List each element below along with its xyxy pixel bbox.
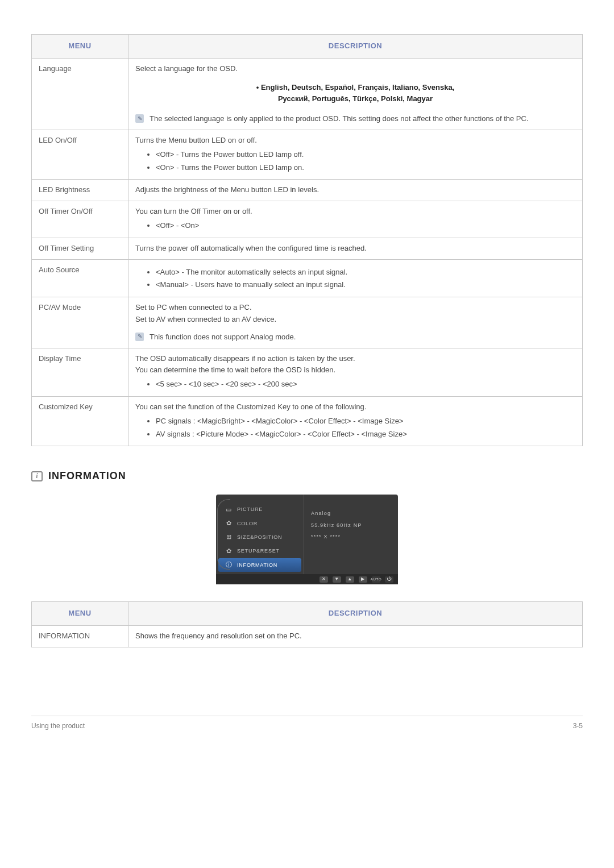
desc-text: Turns the Menu button LED on or off.	[135, 135, 575, 147]
bullet-list: <Off> - <On>	[135, 220, 575, 232]
menu-cell: LED Brightness	[32, 180, 128, 201]
enter-icon: ▶	[359, 576, 367, 583]
desc-cell: Select a language for the OSD. • English…	[128, 58, 583, 130]
menu-cell: Customized Key	[32, 396, 128, 446]
list-item: AV signals : <Picture Mode> - <MagicColo…	[156, 429, 575, 441]
note-icon: ✎	[135, 333, 144, 341]
col-header-description: DESCRIPTION	[128, 602, 583, 626]
osd-item-picture: ▭ PICTURE	[216, 502, 304, 516]
desc-cell: Shows the frequency and resolution set o…	[128, 625, 583, 647]
col-header-description: DESCRIPTION	[128, 35, 583, 59]
list-item: <5 sec> - <10 sec> - <20 sec> - <200 sec…	[156, 379, 575, 391]
desc-cell: You can set the function of the Customiz…	[128, 396, 583, 446]
bullet-list: PC signals : <MagicBright> - <MagicColor…	[135, 416, 575, 441]
table-row: LED On/Off Turns the Menu button LED on …	[32, 130, 583, 179]
menu-cell: Off Timer Setting	[32, 238, 128, 259]
information-table: MENU DESCRIPTION INFORMATION Shows the f…	[31, 601, 583, 647]
osd-info-panel: Analog 55.9kHz 60Hz NP **** X ****	[304, 495, 398, 574]
settings-table-1: MENU DESCRIPTION Language Select a langu…	[31, 34, 583, 446]
footer-left: Using the product	[31, 721, 85, 732]
desc-text: You can determine the time to wait befor…	[135, 364, 575, 376]
close-icon: ✕	[320, 576, 328, 583]
list-item: <Off> - <On>	[156, 220, 575, 232]
info-icon: ⓘ	[225, 561, 233, 568]
table-row: Auto Source <Auto> - The monitor automat…	[32, 259, 583, 297]
osd-footer: ✕ ▼ ▲ ▶ AUTO ⏻	[216, 574, 398, 584]
osd-item-setup-reset: ✿ SETUP&RESET	[216, 544, 304, 558]
osd-item-information: ⓘ INFORMATION	[218, 558, 301, 572]
osd-panel: ▭ PICTURE ✿ COLOR ⊞ SIZE&POSITION ✿ SETU…	[216, 495, 398, 584]
list-item: <On> - Turns the Power button LED lamp o…	[156, 162, 575, 174]
down-icon: ▼	[333, 576, 341, 583]
menu-cell: PC/AV Mode	[32, 297, 128, 348]
osd-menu-list: ▭ PICTURE ✿ COLOR ⊞ SIZE&POSITION ✿ SETU…	[216, 495, 304, 574]
table-row: Off Timer Setting Turns the power off au…	[32, 238, 583, 259]
bullet-list: <Auto> - The monitor automatically selec…	[135, 267, 575, 292]
note-icon: ✎	[135, 114, 144, 123]
list-item: <Off> - Turns the Power button LED lamp …	[156, 149, 575, 161]
desc-cell: Set to PC when connected to a PC. Set to…	[128, 297, 583, 348]
menu-cell: INFORMATION	[32, 625, 128, 647]
table-row: PC/AV Mode Set to PC when connected to a…	[32, 297, 583, 348]
page-footer: Using the product 3-5	[31, 716, 583, 732]
desc-cell: <Auto> - The monitor automatically selec…	[128, 259, 583, 297]
desc-cell: Turns the Menu button LED on or off. <Of…	[128, 130, 583, 179]
information-heading: i INFORMATION	[31, 468, 583, 484]
info-icon: i	[31, 471, 43, 481]
col-header-menu: MENU	[32, 35, 128, 59]
desc-text: Set to AV when connected to an AV device…	[135, 314, 575, 326]
list-item: PC signals : <MagicBright> - <MagicColor…	[156, 416, 575, 427]
gear-icon: ✿	[225, 547, 233, 555]
osd-screenshot: ▭ PICTURE ✿ COLOR ⊞ SIZE&POSITION ✿ SETU…	[31, 495, 583, 584]
up-icon: ▲	[346, 576, 354, 583]
menu-cell: Auto Source	[32, 259, 128, 297]
auto-icon: AUTO	[372, 576, 380, 583]
table-row: Language Select a language for the OSD. …	[32, 58, 583, 130]
col-header-menu: MENU	[32, 602, 128, 626]
table-row: Off Timer On/Off You can turn the Off Ti…	[32, 201, 583, 238]
menu-cell: Language	[32, 58, 128, 130]
osd-item-color: ✿ COLOR	[216, 517, 304, 530]
note-text: This function does not support Analog mo…	[150, 331, 575, 343]
color-icon: ✿	[225, 520, 233, 527]
size-position-icon: ⊞	[225, 534, 233, 541]
desc-text: The OSD automatically disappears if no a…	[135, 353, 575, 365]
osd-source: Analog	[311, 509, 391, 517]
menu-cell: Off Timer On/Off	[32, 201, 128, 238]
osd-frequency: 55.9kHz 60Hz NP	[311, 521, 391, 529]
table-row: LED Brightness Adjusts the brightness of…	[32, 180, 583, 201]
osd-item-size-position: ⊞ SIZE&POSITION	[216, 530, 304, 544]
table-row: Display Time The OSD automatically disap…	[32, 348, 583, 396]
desc-text: Set to PC when connected to a PC.	[135, 302, 575, 314]
menu-cell: LED On/Off	[32, 130, 128, 179]
list-item: <Manual> - Users have to manually select…	[156, 279, 575, 291]
note-block: ✎ This function does not support Analog …	[135, 331, 575, 343]
note-block: ✎ The selected language is only applied …	[135, 113, 575, 125]
desc-text: You can turn the Off Timer on or off.	[135, 206, 575, 218]
desc-text: You can set the function of the Customiz…	[135, 401, 575, 413]
power-icon: ⏻	[385, 576, 393, 583]
desc-cell: The OSD automatically disappears if no a…	[128, 348, 583, 396]
picture-icon: ▭	[225, 506, 233, 513]
heading-text: INFORMATION	[48, 468, 126, 484]
desc-cell: Adjusts the brightness of the Menu butto…	[128, 180, 583, 201]
list-item: <Auto> - The monitor automatically selec…	[156, 267, 575, 279]
desc-cell: Turns the power off automatically when t…	[128, 238, 583, 259]
desc-text: Select a language for the OSD.	[135, 63, 575, 75]
note-text: The selected language is only applied to…	[150, 113, 575, 125]
footer-right: 3-5	[573, 721, 583, 732]
language-list: • English, Deutsch, Español, Français, I…	[158, 82, 553, 106]
table-row: INFORMATION Shows the frequency and reso…	[32, 625, 583, 647]
table-row: Customized Key You can set the function …	[32, 396, 583, 446]
osd-resolution: **** X ****	[311, 533, 391, 541]
menu-cell: Display Time	[32, 348, 128, 396]
desc-cell: You can turn the Off Timer on or off. <O…	[128, 201, 583, 238]
bullet-list: <5 sec> - <10 sec> - <20 sec> - <200 sec…	[135, 379, 575, 391]
bullet-list: <Off> - Turns the Power button LED lamp …	[135, 149, 575, 174]
